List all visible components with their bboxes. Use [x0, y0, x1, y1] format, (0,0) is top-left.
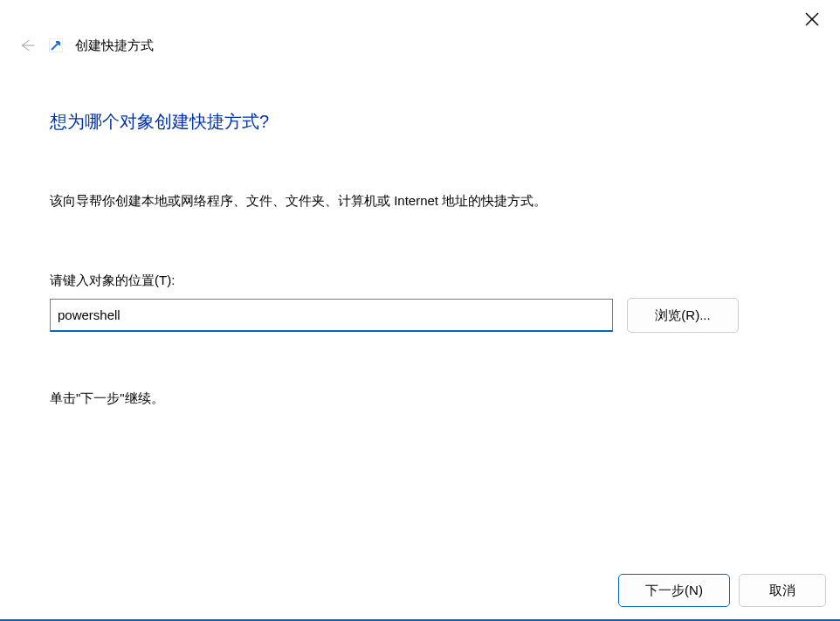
location-label: 请键入对象的位置(T):	[50, 273, 788, 289]
browse-button[interactable]: 浏览(R)...	[627, 298, 739, 333]
close-button[interactable]	[798, 9, 826, 30]
titlebar	[0, 0, 840, 31]
wizard-title: 创建快捷方式	[75, 38, 154, 54]
input-row: 浏览(R)...	[50, 298, 788, 333]
shortcut-icon	[49, 38, 63, 52]
page-heading: 想为哪个对象创建快捷方式?	[50, 110, 788, 134]
wizard-description: 该向导帮你创建本地或网络程序、文件、文件夹、计算机或 Internet 地址的快…	[50, 191, 788, 210]
back-arrow-icon	[18, 37, 36, 54]
next-button[interactable]: 下一步(N)	[618, 574, 730, 607]
close-icon	[804, 11, 820, 27]
footer: 下一步(N) 取消	[618, 574, 826, 607]
instruction-text: 单击"下一步"继续。	[50, 390, 788, 407]
back-button[interactable]	[17, 36, 37, 55]
content-area: 想为哪个对象创建快捷方式? 该向导帮你创建本地或网络程序、文件、文件夹、计算机或…	[0, 59, 840, 407]
header-row: 创建快捷方式	[0, 31, 840, 59]
cancel-button[interactable]: 取消	[739, 574, 826, 607]
location-input[interactable]	[50, 299, 613, 332]
